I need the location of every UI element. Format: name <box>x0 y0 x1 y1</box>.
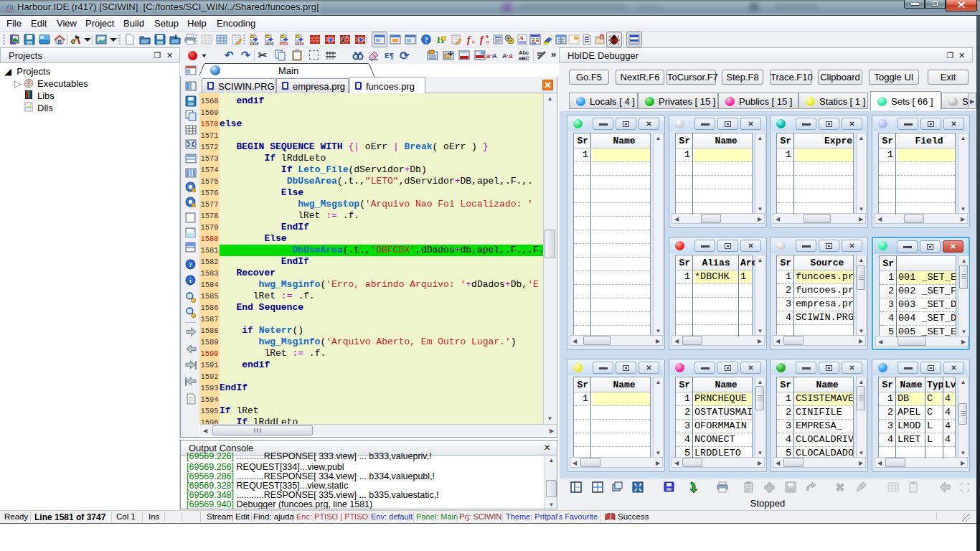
svg-text:PPO: PPO <box>280 42 288 46</box>
svg-text:1010: 1010 <box>295 42 303 46</box>
svg-text:A: A <box>519 34 524 42</box>
svg-text:n: n <box>472 39 475 44</box>
svg-text:?: ? <box>189 261 192 268</box>
svg-text:f: f <box>480 34 484 45</box>
svg-text:1010: 1010 <box>250 42 258 46</box>
svg-text:a·A: a·A <box>486 52 497 60</box>
svg-text:E¶: E¶ <box>385 52 394 60</box>
svg-text:?: ? <box>424 35 428 44</box>
svg-text:A·a: A·a <box>502 52 513 60</box>
svg-text:f: f <box>467 34 471 45</box>
svg-text:n: n <box>486 39 489 44</box>
svg-text:aBC: aBC <box>519 55 530 62</box>
svg-text:1010: 1010 <box>265 42 273 46</box>
